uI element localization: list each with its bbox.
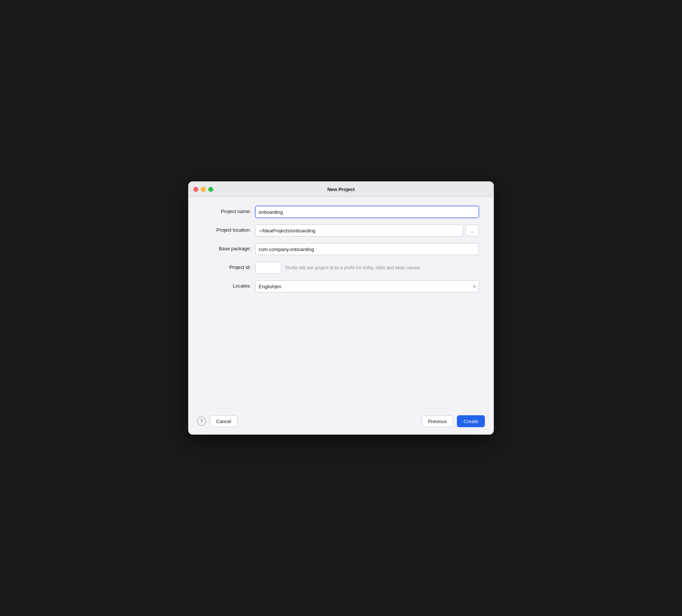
locales-row: Locales: ≡ bbox=[203, 280, 479, 292]
project-name-field bbox=[255, 206, 479, 218]
locales-wrapper: ≡ bbox=[255, 280, 479, 292]
project-location-label: Project location: bbox=[203, 225, 255, 233]
base-package-label: Base package: bbox=[203, 243, 255, 251]
locales-field: ≡ bbox=[255, 280, 479, 292]
help-button[interactable]: ? bbox=[197, 417, 206, 426]
footer-left: ? Cancel bbox=[197, 415, 237, 427]
close-button[interactable] bbox=[193, 187, 198, 192]
footer-right: Previous Create bbox=[421, 415, 485, 427]
title-bar: New Project bbox=[188, 181, 494, 197]
project-name-input[interactable] bbox=[255, 206, 479, 218]
project-id-fields: Studio will use project id as a prefix f… bbox=[255, 262, 479, 274]
project-id-input[interactable] bbox=[255, 262, 281, 274]
dialog-footer: ? Cancel Previous Create bbox=[188, 410, 494, 435]
minimize-button[interactable] bbox=[201, 187, 206, 192]
project-name-row: Project name: bbox=[203, 206, 479, 218]
browse-button[interactable]: ... bbox=[465, 225, 479, 236]
project-id-label: Project id: bbox=[203, 262, 255, 270]
dialog-body: Project name: Project location: ... Base… bbox=[188, 197, 494, 410]
project-id-row: Project id: Studio will use project id a… bbox=[203, 262, 479, 274]
locales-input[interactable] bbox=[255, 280, 479, 292]
create-button[interactable]: Create bbox=[457, 415, 485, 427]
traffic-lights bbox=[193, 187, 213, 192]
project-location-group: ... bbox=[255, 225, 479, 236]
cancel-button[interactable]: Cancel bbox=[210, 415, 237, 427]
base-package-field bbox=[255, 243, 479, 255]
previous-button[interactable]: Previous bbox=[421, 415, 453, 427]
maximize-button[interactable] bbox=[208, 187, 213, 192]
project-name-label: Project name: bbox=[203, 206, 255, 214]
project-location-row: Project location: ... bbox=[203, 225, 479, 236]
project-location-field: ... bbox=[255, 225, 479, 236]
base-package-input[interactable] bbox=[255, 243, 479, 255]
project-id-hint: Studio will use project id as a prefix f… bbox=[285, 265, 421, 270]
locales-label: Locales: bbox=[203, 280, 255, 289]
project-location-input[interactable] bbox=[255, 225, 463, 236]
dialog-title: New Project bbox=[327, 187, 354, 192]
base-package-row: Base package: bbox=[203, 243, 479, 255]
new-project-dialog: New Project Project name: Project locati… bbox=[188, 181, 494, 435]
